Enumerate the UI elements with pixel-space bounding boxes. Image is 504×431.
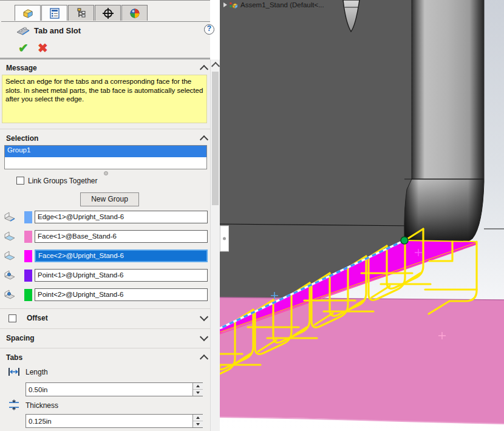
- offset-header[interactable]: Offset: [27, 314, 48, 322]
- selection-color-swatch: [24, 270, 32, 282]
- tab-and-slot-icon: [16, 24, 30, 36]
- link-groups-checkbox[interactable]: [16, 177, 24, 185]
- message-header[interactable]: Message: [6, 64, 37, 72]
- displaymanager-icon: [129, 7, 141, 19]
- cancel-button[interactable]: ✖: [38, 41, 48, 55]
- link-groups-label: Link Groups Together: [28, 177, 98, 185]
- vertex-icon: [4, 290, 16, 300]
- selection-row-face2-selected: Face<2>@Upright_Stand-6: [0, 249, 210, 263]
- tab-configurationmanager[interactable]: [68, 5, 94, 21]
- spin-up-button[interactable]: [193, 415, 203, 421]
- length-input[interactable]: [26, 382, 203, 396]
- manager-tab-bar: [1, 4, 210, 22]
- upright-edge-face[interactable]: [412, 0, 484, 180]
- splitter-grip-dot: [223, 237, 226, 240]
- property-manager-panel: Tab and Slot ? ✔ ✖ Message Select an edg…: [0, 0, 210, 431]
- thickness-spinner[interactable]: [192, 415, 203, 427]
- spin-down-button[interactable]: [193, 421, 203, 427]
- ok-button[interactable]: ✔: [18, 41, 29, 55]
- dimxpertmanager-icon: [101, 7, 115, 19]
- spin-up-button[interactable]: [193, 383, 203, 390]
- listbox-resize-grip[interactable]: [104, 171, 108, 175]
- selection-row-edge1: Edge<1>@Upright_Stand-6: [0, 211, 210, 224]
- vertex-icon: [4, 270, 16, 280]
- edge-icon: [4, 212, 16, 222]
- section-divider: [0, 129, 210, 129]
- tab-dimxpertmanager[interactable]: [95, 5, 121, 21]
- length-label: Length: [26, 368, 48, 376]
- face-icon: [4, 251, 16, 261]
- selection-row-point1: Point<1>@Upright_Stand-6: [0, 269, 210, 282]
- selection-color-swatch: [24, 289, 32, 301]
- tab-propertymanager[interactable]: [41, 5, 67, 21]
- spin-down-button[interactable]: [193, 390, 203, 396]
- collapse-selection-icon[interactable]: [200, 135, 208, 144]
- solidworks-window: Tab and Slot ? ✔ ✖ Message Select an edg…: [0, 0, 504, 431]
- selection-item-field[interactable]: Point<1>@Upright_Stand-6: [35, 269, 208, 282]
- assembly-icon: [230, 1, 238, 9]
- face-icon: [4, 231, 16, 242]
- selection-row-face1: Face<1>@Base_Stand-6: [0, 230, 210, 243]
- length-spinner[interactable]: [192, 383, 203, 396]
- graphics-area[interactable]: [220, 0, 504, 431]
- spacing-header[interactable]: Spacing: [6, 334, 35, 342]
- feature-tree-item[interactable]: Assem1_Stand (Default<...: [223, 0, 324, 10]
- collapse-tabs-icon[interactable]: [200, 355, 208, 363]
- selection-item-field[interactable]: Face<1>@Base_Stand-6: [35, 230, 208, 243]
- tab-displaymanager[interactable]: [121, 5, 148, 21]
- scrollbar-thumb[interactable]: [212, 72, 219, 205]
- page-title: Tab and Slot: [34, 26, 81, 35]
- panel-title-row: Tab and Slot ?: [0, 22, 210, 41]
- offset-checkbox[interactable]: [9, 314, 16, 322]
- selection-color-swatch: [24, 211, 32, 223]
- group-list-item[interactable]: Group1: [5, 146, 206, 157]
- propertymanager-icon: [49, 7, 61, 19]
- configurationmanager-icon: [75, 7, 87, 19]
- selection-color-swatch: [24, 250, 32, 262]
- help-icon[interactable]: ?: [204, 24, 214, 35]
- selection-header[interactable]: Selection: [6, 134, 38, 143]
- ok-cancel-row: ✔ ✖: [0, 39, 210, 56]
- thickness-label: Thickness: [26, 401, 58, 410]
- section-divider: [0, 328, 210, 329]
- tabs-header[interactable]: Tabs: [6, 353, 22, 362]
- collapse-message-icon[interactable]: [200, 65, 208, 73]
- selection-row-point2: Point<2>@Upright_Stand-6: [0, 288, 210, 302]
- expand-arrow-icon[interactable]: [223, 2, 227, 7]
- selection-color-swatch: [24, 231, 32, 243]
- selection-item-field[interactable]: Edge<1>@Upright_Stand-6: [35, 211, 208, 223]
- thickness-input[interactable]: [26, 414, 203, 428]
- scroll-up-arrow-icon[interactable]: [211, 62, 220, 70]
- selection-item-field[interactable]: Face<2>@Upright_Stand-6: [35, 249, 208, 262]
- panel-separator: [0, 58, 210, 59]
- featuremanager-icon: [21, 7, 35, 19]
- selected-vertex-point[interactable]: [401, 237, 408, 244]
- message-text: Select an edge for the tabs and a corres…: [2, 75, 207, 123]
- section-divider: [0, 348, 210, 348]
- assembly-name: Assem1_Stand (Default<...: [240, 1, 324, 8]
- section-divider: [0, 308, 210, 309]
- new-group-button[interactable]: New Group: [80, 192, 139, 206]
- panel-scrollbar[interactable]: [210, 59, 220, 431]
- expand-spacing-icon[interactable]: [200, 333, 208, 341]
- selection-item-field[interactable]: Point<2>@Upright_Stand-6: [35, 288, 208, 301]
- group-listbox[interactable]: Group1: [4, 145, 207, 169]
- length-icon: [8, 367, 20, 376]
- thickness-icon: [9, 399, 19, 410]
- expand-offset-icon[interactable]: [200, 313, 208, 321]
- tab-featuremanager[interactable]: [15, 5, 41, 21]
